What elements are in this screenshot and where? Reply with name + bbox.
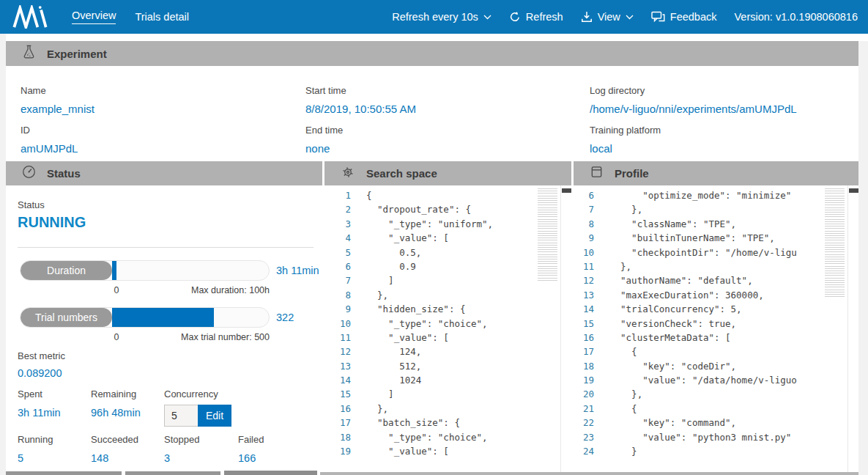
editor-scrollbar[interactable] [560, 185, 571, 475]
code-text: 0.9 [366, 259, 416, 273]
editor-minimap[interactable] [825, 188, 845, 297]
profile-editor[interactable]: 6 "optimize_mode": "minimize" 7 }, 8 "cl… [574, 185, 858, 475]
code-text: }, [366, 402, 388, 416]
line-number: 7 [324, 273, 351, 287]
tab-overview[interactable]: Overview [72, 10, 116, 24]
line-number: 4 [324, 231, 351, 245]
clipped-section-header [320, 472, 858, 475]
view-dropdown[interactable]: View [581, 11, 634, 23]
code-text: "_type": "choice", [366, 317, 488, 331]
training-platform-value: local [590, 142, 797, 155]
training-platform-label: Training platform [590, 125, 797, 136]
experiment-info-col-1: Name example_mnist ID amUMJPdL [21, 85, 94, 164]
editor-scrollbar[interactable] [847, 185, 858, 475]
code-text: 512, [366, 359, 421, 373]
trial-numbers-progress-bar: Trial numbers [20, 307, 270, 328]
code-line: 10 "_type": "choice", [324, 317, 571, 331]
clipped-section-header [6, 471, 122, 475]
code-line: 18 "key": "codeDir", [574, 359, 858, 373]
trial-count-value: 148 [91, 452, 164, 464]
best-metric-value: 0.089200 [18, 367, 62, 379]
code-line: 17 "batch_size": { [324, 416, 571, 430]
code-text: "versionCheck": true, [609, 317, 736, 331]
code-line: 13 "maxExecDuration": 360000, [574, 288, 858, 302]
status-panel-header: Status [6, 161, 322, 185]
code-text: "_value": [ [366, 331, 449, 345]
refresh-interval-dropdown[interactable]: Refresh every 10s [392, 11, 492, 23]
code-line: 19 "value": "/data/home/v-liguo [574, 373, 858, 387]
line-number: 24 [574, 444, 594, 458]
line-number: 18 [324, 430, 351, 444]
code-text: "maxExecDuration": 360000, [609, 288, 764, 302]
refresh-interval-label: Refresh every 10s [392, 11, 478, 23]
code-text: ] [366, 273, 394, 287]
experiment-section-header: Experiment [6, 41, 858, 66]
concurrency-edit-button[interactable]: Edit [198, 405, 231, 427]
refresh-button[interactable]: Refresh [509, 11, 563, 23]
code-line: 9 "hidden_size": { [324, 302, 571, 316]
search-space-editor[interactable]: 1 { 2 "dropout_rate": { 3 "_type": "unif… [324, 185, 571, 475]
spent-value: 3h 11min [18, 407, 91, 419]
end-time-label: End time [305, 125, 416, 136]
line-number: 19 [574, 373, 594, 387]
line-number: 13 [574, 288, 594, 302]
line-number: 13 [324, 359, 351, 373]
code-line: 16 }, [324, 402, 571, 416]
line-number: 16 [574, 331, 594, 345]
code-line: 6 0.9 [324, 259, 571, 273]
status-panel-title: Status [47, 167, 81, 180]
trial-count-label: Stopped [164, 434, 238, 445]
experiment-info-col-3: Log directory /home/v-liguo/nni/experime… [590, 85, 797, 164]
line-number: 5 [324, 246, 351, 259]
code-line: 20 }, [574, 387, 858, 401]
duration-progress-bar: Duration [20, 260, 270, 281]
id-label: ID [21, 125, 94, 136]
log-directory-label: Log directory [590, 85, 797, 96]
feedback-button[interactable]: Feedback [651, 11, 717, 23]
line-number: 18 [574, 359, 594, 373]
code-line: 24 } [574, 444, 858, 458]
tab-trials-detail[interactable]: Trials detail [135, 11, 189, 23]
code-text: "className": "TPE", [609, 217, 736, 231]
line-number: 15 [574, 317, 594, 331]
code-text: 124, [366, 345, 421, 358]
feedback-chat-icon [651, 11, 665, 23]
code-line: 21 { [574, 402, 858, 416]
editor-scrollbar-thumb[interactable] [849, 188, 858, 193]
end-time-value: none [305, 142, 416, 155]
code-text: "batch_size": { [366, 416, 460, 430]
trial-numbers-value: 322 [276, 312, 294, 323]
line-number: 22 [574, 416, 594, 430]
line-number: 16 [324, 402, 351, 416]
code-text: "_type": "choice", [366, 430, 488, 444]
line-number: 10 [574, 246, 594, 259]
code-line: 7 }, [574, 202, 858, 216]
code-text: "hidden_size": { [366, 302, 465, 316]
time-stats-row: Spent 3h 11min Remaining 96h 48min Concu… [6, 389, 322, 427]
trial-numbers-max-label: Max trial number: 500 [181, 332, 270, 342]
code-text: "builtinTunerName": "TPE", [609, 231, 775, 245]
concurrency-input[interactable] [164, 405, 198, 427]
code-line: 8 "className": "TPE", [574, 217, 858, 231]
line-number: 6 [574, 188, 594, 202]
line-number: 14 [574, 302, 594, 316]
code-line: 13 512, [324, 359, 571, 373]
trial-numbers-min-label: 0 [109, 332, 124, 342]
line-number: 17 [324, 416, 351, 430]
log-directory-value: /home/v-liguo/nni/experiments/amUMJPdL [590, 103, 797, 115]
code-line: 12 124, [324, 345, 571, 358]
version-label: Version: v1.0.1908060816 [735, 11, 858, 23]
remaining-value: 96h 48min [91, 407, 164, 419]
gauge-icon [22, 165, 36, 182]
concurrency-stat: Concurrency Edit [164, 389, 322, 427]
spent-stat: Spent 3h 11min [18, 389, 91, 427]
trial-count-value: 166 [238, 452, 322, 464]
editor-scrollbar-thumb[interactable] [562, 188, 571, 193]
code-text: { [366, 188, 372, 202]
trial-count-label: Failed [238, 434, 322, 445]
line-number: 1 [324, 188, 351, 202]
editor-minimap[interactable] [538, 188, 557, 282]
code-line: 1 { [324, 188, 571, 202]
code-text: 1024 [366, 373, 421, 387]
line-number: 11 [574, 259, 594, 273]
